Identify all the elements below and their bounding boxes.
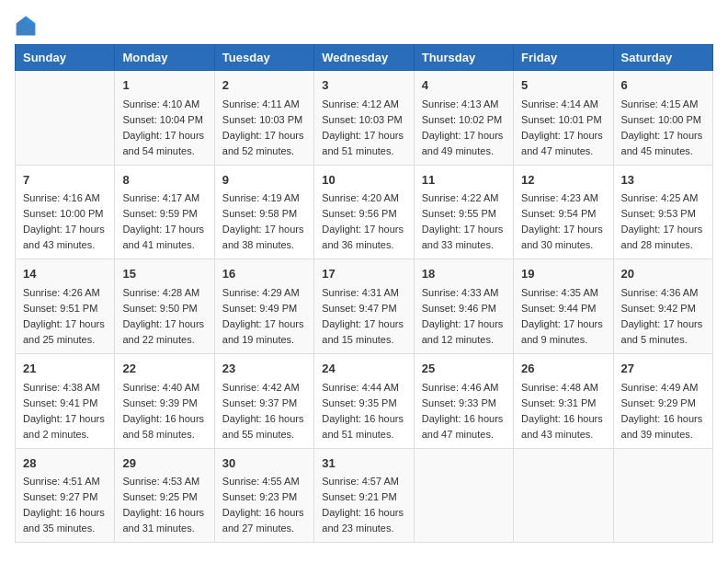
day-number: 26	[521, 360, 605, 378]
calendar-cell: 9Sunrise: 4:19 AM Sunset: 9:58 PM Daylig…	[214, 165, 313, 259]
calendar-cell: 25Sunrise: 4:46 AM Sunset: 9:33 PM Dayli…	[414, 354, 513, 449]
column-header-thursday: Thursday	[414, 45, 513, 71]
cell-content: Sunrise: 4:36 AM Sunset: 9:42 PM Dayligh…	[621, 285, 705, 348]
day-number: 20	[621, 265, 705, 283]
calendar-cell: 6Sunrise: 4:15 AM Sunset: 10:00 PM Dayli…	[613, 71, 712, 166]
day-number: 2	[222, 76, 306, 95]
day-number: 13	[621, 171, 705, 190]
day-number: 28	[23, 454, 107, 473]
calendar-cell: 12Sunrise: 4:23 AM Sunset: 9:54 PM Dayli…	[514, 165, 613, 259]
cell-content: Sunrise: 4:12 AM Sunset: 10:03 PM Daylig…	[322, 97, 405, 159]
day-number: 19	[521, 265, 605, 283]
week-row-5: 28Sunrise: 4:51 AM Sunset: 9:27 PM Dayli…	[16, 448, 713, 543]
day-number: 4	[422, 76, 506, 95]
calendar-cell: 8Sunrise: 4:17 AM Sunset: 9:59 PM Daylig…	[115, 165, 214, 259]
column-header-friday: Friday	[514, 45, 613, 71]
cell-content: Sunrise: 4:25 AM Sunset: 9:53 PM Dayligh…	[621, 190, 705, 253]
cell-content: Sunrise: 4:29 AM Sunset: 9:49 PM Dayligh…	[222, 285, 306, 348]
cell-content: Sunrise: 4:48 AM Sunset: 9:31 PM Dayligh…	[521, 380, 605, 442]
day-number: 11	[422, 171, 506, 190]
day-number: 21	[23, 360, 107, 378]
day-number: 10	[322, 171, 405, 190]
calendar-cell: 16Sunrise: 4:29 AM Sunset: 9:49 PM Dayli…	[214, 259, 313, 354]
header	[15, 15, 713, 37]
column-header-sunday: Sunday	[16, 45, 115, 71]
cell-content: Sunrise: 4:14 AM Sunset: 10:01 PM Daylig…	[521, 97, 605, 159]
day-number: 17	[322, 265, 405, 283]
calendar-cell	[16, 71, 115, 166]
cell-content: Sunrise: 4:13 AM Sunset: 10:02 PM Daylig…	[422, 97, 506, 159]
calendar-cell: 2Sunrise: 4:11 AM Sunset: 10:03 PM Dayli…	[214, 71, 313, 166]
cell-content: Sunrise: 4:42 AM Sunset: 9:37 PM Dayligh…	[222, 380, 306, 442]
day-number: 25	[422, 360, 506, 378]
cell-content: Sunrise: 4:22 AM Sunset: 9:55 PM Dayligh…	[422, 190, 506, 253]
calendar-cell: 13Sunrise: 4:25 AM Sunset: 9:53 PM Dayli…	[613, 165, 712, 259]
calendar-cell: 4Sunrise: 4:13 AM Sunset: 10:02 PM Dayli…	[414, 71, 513, 166]
calendar-cell: 14Sunrise: 4:26 AM Sunset: 9:51 PM Dayli…	[16, 259, 115, 354]
column-header-saturday: Saturday	[613, 45, 712, 71]
column-header-tuesday: Tuesday	[214, 45, 313, 71]
day-number: 29	[122, 454, 206, 473]
cell-content: Sunrise: 4:16 AM Sunset: 10:00 PM Daylig…	[23, 190, 107, 253]
calendar-cell: 15Sunrise: 4:28 AM Sunset: 9:50 PM Dayli…	[115, 259, 214, 354]
column-header-wednesday: Wednesday	[314, 45, 414, 71]
calendar-cell: 29Sunrise: 4:53 AM Sunset: 9:25 PM Dayli…	[115, 448, 214, 543]
day-number: 27	[621, 360, 705, 378]
day-number: 8	[122, 171, 206, 190]
cell-content: Sunrise: 4:46 AM Sunset: 9:33 PM Dayligh…	[422, 380, 506, 442]
cell-content: Sunrise: 4:23 AM Sunset: 9:54 PM Dayligh…	[521, 190, 605, 253]
cell-content: Sunrise: 4:44 AM Sunset: 9:35 PM Dayligh…	[322, 380, 405, 442]
cell-content: Sunrise: 4:53 AM Sunset: 9:25 PM Dayligh…	[122, 474, 206, 536]
calendar-cell: 3Sunrise: 4:12 AM Sunset: 10:03 PM Dayli…	[314, 71, 414, 166]
calendar-cell: 30Sunrise: 4:55 AM Sunset: 9:23 PM Dayli…	[214, 448, 313, 543]
cell-content: Sunrise: 4:15 AM Sunset: 10:00 PM Daylig…	[621, 97, 705, 159]
day-number: 30	[222, 454, 306, 473]
cell-content: Sunrise: 4:28 AM Sunset: 9:50 PM Dayligh…	[122, 285, 206, 348]
day-number: 5	[521, 76, 605, 95]
week-row-3: 14Sunrise: 4:26 AM Sunset: 9:51 PM Dayli…	[16, 259, 713, 354]
day-number: 22	[122, 360, 206, 378]
day-number: 18	[422, 265, 506, 283]
calendar-cell: 26Sunrise: 4:48 AM Sunset: 9:31 PM Dayli…	[514, 354, 613, 449]
day-number: 24	[322, 360, 405, 378]
day-number: 12	[521, 171, 605, 190]
day-number: 9	[222, 171, 306, 190]
calendar-cell: 17Sunrise: 4:31 AM Sunset: 9:47 PM Dayli…	[314, 259, 414, 354]
calendar-cell: 20Sunrise: 4:36 AM Sunset: 9:42 PM Dayli…	[613, 259, 712, 354]
cell-content: Sunrise: 4:33 AM Sunset: 9:46 PM Dayligh…	[422, 285, 506, 348]
cell-content: Sunrise: 4:19 AM Sunset: 9:58 PM Dayligh…	[222, 190, 306, 253]
cell-content: Sunrise: 4:38 AM Sunset: 9:41 PM Dayligh…	[23, 380, 107, 442]
cell-content: Sunrise: 4:26 AM Sunset: 9:51 PM Dayligh…	[23, 285, 107, 348]
cell-content: Sunrise: 4:57 AM Sunset: 9:21 PM Dayligh…	[322, 474, 405, 536]
calendar-cell: 7Sunrise: 4:16 AM Sunset: 10:00 PM Dayli…	[16, 165, 115, 259]
logo	[15, 15, 39, 37]
calendar-cell	[414, 448, 513, 543]
cell-content: Sunrise: 4:49 AM Sunset: 9:29 PM Dayligh…	[621, 380, 705, 442]
calendar-cell: 31Sunrise: 4:57 AM Sunset: 9:21 PM Dayli…	[314, 448, 414, 543]
svg-marker-1	[26, 17, 35, 24]
calendar-cell: 27Sunrise: 4:49 AM Sunset: 9:29 PM Dayli…	[613, 354, 712, 449]
day-number: 7	[23, 171, 107, 190]
day-number: 23	[222, 360, 306, 378]
day-number: 31	[322, 454, 405, 473]
cell-content: Sunrise: 4:10 AM Sunset: 10:04 PM Daylig…	[122, 97, 206, 159]
calendar-cell: 1Sunrise: 4:10 AM Sunset: 10:04 PM Dayli…	[115, 71, 214, 166]
logo-icon	[15, 15, 37, 37]
calendar-cell	[514, 448, 613, 543]
week-row-1: 1Sunrise: 4:10 AM Sunset: 10:04 PM Dayli…	[16, 71, 713, 166]
day-number: 14	[23, 265, 107, 283]
header-row: SundayMondayTuesdayWednesdayThursdayFrid…	[16, 45, 713, 71]
cell-content: Sunrise: 4:11 AM Sunset: 10:03 PM Daylig…	[222, 97, 306, 159]
calendar-cell: 5Sunrise: 4:14 AM Sunset: 10:01 PM Dayli…	[514, 71, 613, 166]
cell-content: Sunrise: 4:20 AM Sunset: 9:56 PM Dayligh…	[322, 190, 405, 253]
calendar-cell: 18Sunrise: 4:33 AM Sunset: 9:46 PM Dayli…	[414, 259, 513, 354]
calendar-cell	[613, 448, 712, 543]
calendar-cell: 22Sunrise: 4:40 AM Sunset: 9:39 PM Dayli…	[115, 354, 214, 449]
column-header-monday: Monday	[115, 45, 214, 71]
day-number: 3	[322, 76, 405, 95]
calendar-cell: 28Sunrise: 4:51 AM Sunset: 9:27 PM Dayli…	[16, 448, 115, 543]
cell-content: Sunrise: 4:31 AM Sunset: 9:47 PM Dayligh…	[322, 285, 405, 348]
calendar-cell: 19Sunrise: 4:35 AM Sunset: 9:44 PM Dayli…	[514, 259, 613, 354]
cell-content: Sunrise: 4:17 AM Sunset: 9:59 PM Dayligh…	[122, 190, 206, 253]
cell-content: Sunrise: 4:51 AM Sunset: 9:27 PM Dayligh…	[23, 474, 107, 536]
